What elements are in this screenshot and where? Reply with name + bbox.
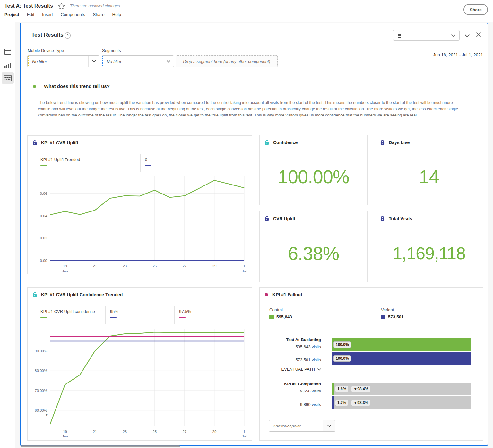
help-icon[interactable]: ?	[65, 32, 71, 39]
series-swatch	[40, 165, 47, 166]
legend-item[interactable]: KPI #1 CVR Uplift confidence	[36, 306, 105, 324]
uplift-trended-line-chart: 0.000.020.040.0619Jun21232527291Jul	[31, 174, 249, 274]
menu-help[interactable]: Help	[112, 12, 121, 17]
lock-icon	[265, 216, 269, 221]
svg-text:25: 25	[152, 264, 157, 268]
fallout-step-visits: 9,656 visits	[269, 389, 321, 393]
close-panel-icon[interactable]	[476, 32, 481, 38]
fallout-dot-icon	[265, 293, 268, 296]
svg-text:21: 21	[93, 264, 97, 268]
svg-text:▾: ▾	[46, 413, 48, 417]
description-body: The below trend line is showing us how m…	[38, 100, 466, 119]
svg-text:60.00%: 60.00%	[35, 409, 47, 412]
bar-percent-badge: 1.7%	[335, 400, 348, 406]
panel-title: Test Results	[31, 32, 64, 38]
chart-title: KPI #1 CVR Uplift	[41, 140, 78, 145]
menu-components[interactable]: Components	[61, 12, 85, 17]
fallout-step-label: KPI #1 Completion	[269, 382, 321, 386]
legend-item[interactable]: KPI #1 Uplift Trended	[36, 154, 140, 172]
bar-dropoff-badge: ▼98.4%	[351, 386, 370, 392]
cvr-uplift-value: 6.38%	[260, 230, 367, 276]
lock-icon	[265, 140, 269, 145]
menu-project[interactable]: Project	[4, 12, 19, 17]
series-swatch	[40, 317, 47, 318]
series-swatch	[145, 165, 151, 166]
left-rail	[0, 22, 15, 448]
horizontal-scrollbar[interactable]	[21, 445, 180, 447]
favorite-star-icon[interactable]	[58, 3, 65, 9]
fallout-step-visits: 9,890 visits	[269, 402, 321, 407]
chevron-down-icon	[317, 368, 321, 371]
legend-item[interactable]: 95%	[105, 306, 175, 324]
svg-text:1: 1	[243, 430, 245, 434]
series-swatch	[381, 315, 385, 319]
chart-legend: KPI #1 CVR Uplift confidence 95% 97.5%	[36, 306, 244, 324]
project-title: Test A: Test Results	[4, 3, 53, 9]
legend-item[interactable]: 97.5%	[174, 306, 244, 324]
menu-insert[interactable]: Insert	[42, 12, 53, 17]
svg-text:70.00%: 70.00%	[35, 389, 47, 392]
fallout-bar-control[interactable]: 1.6% ▼98.4%	[332, 383, 471, 395]
fallout-bar-control[interactable]: 100.0%	[332, 338, 471, 351]
add-touchpoint-combo	[269, 420, 335, 432]
svg-text:21: 21	[93, 430, 97, 434]
legend-item-control[interactable]: Control 595,643	[269, 307, 372, 319]
panels-icon[interactable]	[4, 47, 12, 56]
add-touchpoint-chevron-button[interactable]	[323, 420, 335, 432]
legend-item[interactable]: 0	[140, 154, 245, 172]
lock-icon	[380, 140, 385, 145]
uplift-chart-card: KPI #1 CVR Uplift KPI #1 Uplift Trended …	[27, 135, 252, 274]
chevron-down-icon	[88, 56, 99, 67]
total-visits-card: Total Visits 1,169,118	[375, 211, 483, 282]
svg-text:Jul: Jul	[242, 435, 247, 437]
date-range[interactable]: Jun 18, 2021 - Jul 1, 2021	[433, 52, 483, 57]
lock-icon	[380, 216, 385, 221]
description-heading: What does this trend tell us?	[44, 83, 110, 89]
svg-text:23: 23	[123, 264, 127, 268]
collapse-panel-chevron-icon[interactable]	[465, 33, 470, 39]
legend-item-variant[interactable]: Variant 573,501	[372, 307, 475, 319]
segments-filter-dropdown[interactable]: No filter	[102, 55, 174, 67]
card-title: Days Live	[389, 140, 410, 145]
fallout-bar-variant[interactable]: 100.0%	[332, 352, 471, 365]
menu-bar: Project Edit Insert Components Share Hel…	[4, 12, 121, 17]
card-title: Total Visits	[389, 216, 412, 221]
bar-continued-sliver	[332, 396, 334, 409]
svg-text:23: 23	[123, 430, 127, 434]
bar-continued-sliver	[332, 383, 334, 395]
device-filter-dropdown[interactable]: No filter	[27, 55, 99, 67]
share-button[interactable]: Share	[463, 4, 488, 15]
bar-percent-badge: 100.0%	[333, 341, 351, 348]
abacus-icon	[4, 75, 12, 81]
svg-text:19: 19	[63, 430, 67, 434]
days-live-card: Days Live 14	[375, 135, 483, 205]
total-visits-value: 1,169,118	[375, 230, 483, 276]
card-title: CVR Uplift	[273, 216, 295, 221]
segment-drop-zone[interactable]: Drop a segment here (or any other compon…	[176, 55, 278, 67]
svg-text:Jul: Jul	[242, 269, 247, 273]
add-touchpoint-input[interactable]	[269, 420, 323, 432]
menu-edit[interactable]: Edit	[27, 12, 34, 17]
chart-legend: KPI #1 Uplift Trended 0	[36, 154, 244, 172]
database-icon	[397, 33, 402, 38]
menu-share[interactable]: Share	[93, 12, 104, 17]
text-block-bullet	[33, 85, 36, 88]
svg-text:27: 27	[182, 430, 186, 434]
visualizations-icon[interactable]	[4, 61, 12, 69]
chevron-down-icon	[163, 56, 174, 67]
panel-data-source-dropdown[interactable]	[393, 30, 460, 41]
fallout-bar-variant[interactable]: 1.7% ▼98.3%	[332, 396, 471, 409]
lock-icon	[33, 140, 37, 145]
svg-text:0.04: 0.04	[40, 214, 48, 218]
bar-percent-badge: 1.6%	[335, 386, 348, 392]
fallout-step-label: Test A: Bucketing	[269, 337, 321, 342]
chevron-down-icon	[327, 425, 331, 427]
eventual-path-dropdown[interactable]: EVENTUAL PATH	[269, 367, 321, 372]
svg-text:25: 25	[152, 430, 157, 434]
svg-text:0.02: 0.02	[40, 236, 47, 240]
components-icon-selected[interactable]	[2, 72, 14, 84]
svg-text:1: 1	[243, 264, 245, 268]
fallout-step-visits: 573,501 visits	[269, 358, 321, 362]
bar-percent-badge: 100.0%	[333, 355, 351, 362]
confidence-trended-chart-card: KPI #1 CVR Uplift Confidence Trended KPI…	[27, 287, 252, 441]
